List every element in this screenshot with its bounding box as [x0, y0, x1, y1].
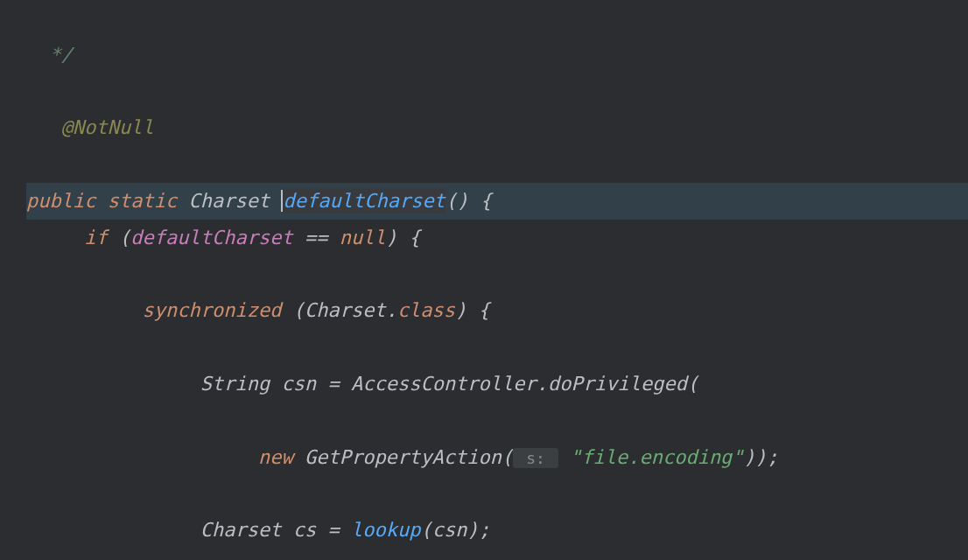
method-call: lookup — [351, 519, 420, 541]
type: Charset — [200, 519, 282, 541]
paren: ( — [687, 373, 698, 395]
keyword-new: new — [258, 446, 293, 468]
code-editor[interactable]: */ @NotNull public static Charset defaul… — [0, 0, 968, 560]
paren: ) — [386, 227, 397, 248]
brace: { — [479, 299, 490, 321]
annotation: @NotNull — [61, 116, 154, 138]
keyword-null: null — [340, 227, 386, 248]
class-ref: AccessController — [351, 373, 537, 395]
code-line: if (defaultCharset == null) { — [26, 220, 968, 256]
keyword-class: class — [397, 299, 455, 321]
paren: ( — [119, 227, 130, 248]
dot: . — [537, 373, 548, 395]
string-literal: "file.encoding" — [570, 446, 744, 468]
arg: csn — [432, 519, 467, 541]
type: String — [200, 373, 270, 395]
code-line: @NotNull — [26, 109, 968, 146]
method-name: defaultCharset — [283, 188, 445, 214]
var-name: csn — [281, 373, 316, 395]
keyword-if: if — [84, 227, 108, 248]
keyword-public: public — [26, 190, 95, 212]
dot: . — [386, 299, 397, 321]
operator: == — [293, 227, 340, 248]
class-ref: GetPropertyAction — [305, 446, 502, 468]
brace: { — [409, 227, 420, 248]
code-line: Charset cs = lookup(csn); — [26, 512, 968, 549]
code-line-method-signature: public static Charset defaultCharset() { — [26, 183, 968, 220]
code-line: String csn = AccessController.doPrivileg… — [26, 366, 968, 402]
paren: ) — [455, 299, 466, 321]
parens: () — [445, 190, 469, 212]
comment-end: */ — [26, 44, 73, 66]
var-name: cs — [293, 519, 317, 541]
class-ref: Charset — [305, 299, 386, 321]
code-line: */ — [26, 37, 968, 74]
keyword-synchronized: synchronized — [142, 299, 281, 321]
param-hint: s: — [513, 448, 558, 468]
operator: = — [316, 373, 351, 395]
paren: )); — [744, 446, 779, 468]
identifier: defaultCharset — [130, 227, 292, 248]
paren: ); — [466, 519, 490, 541]
code-line: new GetPropertyAction( s: "file.encoding… — [26, 439, 968, 476]
method-call: doPrivileged — [548, 373, 687, 395]
paren: ( — [293, 299, 305, 321]
paren: ( — [502, 446, 513, 468]
paren: ( — [420, 519, 431, 541]
return-type: Charset — [188, 190, 270, 212]
brace: { — [480, 190, 492, 212]
code-line: synchronized (Charset.class) { — [26, 292, 968, 329]
operator: = — [316, 519, 351, 541]
keyword-static: static — [108, 190, 177, 212]
